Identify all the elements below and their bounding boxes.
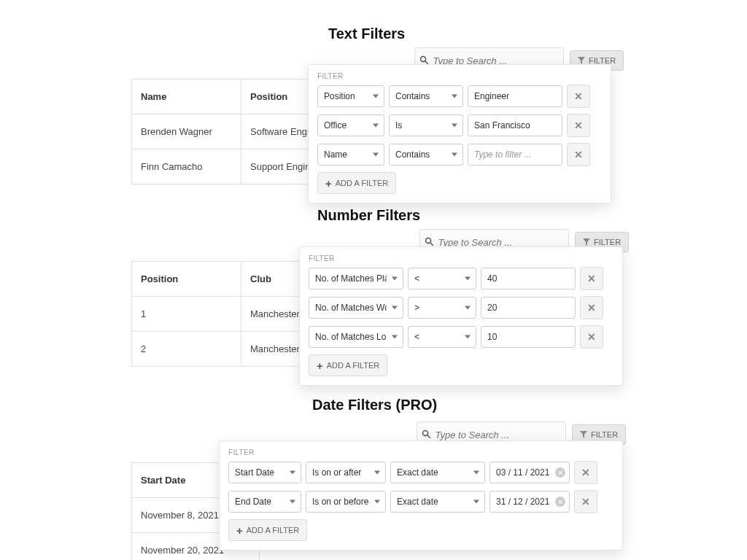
- svg-line-5: [427, 435, 430, 438]
- section-title-date: Date Filters (PRO): [312, 397, 437, 413]
- svg-point-4: [423, 431, 428, 436]
- field-select[interactable]: Office: [317, 114, 384, 136]
- type-select[interactable]: Exact date: [390, 462, 485, 483]
- section-title-text: Text Filters: [328, 26, 405, 42]
- panel-header: FILTER: [228, 448, 614, 456]
- filter-icon: [583, 238, 590, 246]
- op-select[interactable]: Is on or after: [306, 462, 386, 483]
- op-select[interactable]: <: [408, 268, 476, 289]
- field-select[interactable]: No. of Matches Played: [309, 268, 403, 289]
- remove-filter-button[interactable]: ✕: [580, 296, 603, 319]
- field-select[interactable]: Start Date: [228, 462, 301, 483]
- filter-row: No. of Matches Won > ✕: [309, 296, 614, 319]
- value-input[interactable]: [468, 114, 562, 136]
- clear-date-icon[interactable]: ✕: [555, 497, 565, 507]
- table-cell: Brenden Wagner: [132, 114, 241, 149]
- add-filter-button[interactable]: + ADD A FILTER: [309, 354, 387, 376]
- panel-header: FILTER: [309, 254, 614, 262]
- op-select[interactable]: Is: [389, 114, 463, 136]
- close-icon: ✕: [574, 90, 583, 102]
- search-input[interactable]: [434, 429, 562, 441]
- op-select[interactable]: Contains: [389, 85, 463, 107]
- value-input[interactable]: [468, 85, 562, 107]
- op-select[interactable]: <: [408, 326, 476, 348]
- filter-row: Office Is ✕: [317, 114, 602, 137]
- close-icon: ✕: [587, 302, 596, 314]
- search-icon: [425, 237, 434, 247]
- date-filter-panel: FILTER Start Date Is on or after Exact d…: [219, 440, 623, 551]
- value-input[interactable]: [481, 326, 576, 348]
- remove-filter-button[interactable]: ✕: [574, 461, 597, 484]
- text-filter-panel: FILTER Position Contains ✕ Office Is ✕ N…: [308, 64, 611, 203]
- add-filter-button[interactable]: + ADD A FILTER: [228, 519, 307, 541]
- op-select[interactable]: >: [408, 297, 476, 319]
- remove-filter-button[interactable]: ✕: [580, 325, 603, 349]
- filter-icon: [578, 57, 585, 64]
- filter-icon: [580, 431, 587, 438]
- close-icon: ✕: [587, 273, 596, 284]
- op-select[interactable]: Contains: [389, 144, 463, 166]
- table-cell: 2: [132, 332, 241, 367]
- table-header: Name: [132, 79, 241, 114]
- remove-filter-button[interactable]: ✕: [574, 490, 597, 513]
- svg-line-3: [430, 243, 433, 246]
- remove-filter-button[interactable]: ✕: [567, 114, 590, 137]
- search-icon: [422, 429, 431, 440]
- filter-row: No. of Matches Lost < ✕: [309, 325, 614, 349]
- number-filter-panel: FILTER No. of Matches Played < ✕ No. of …: [299, 246, 623, 386]
- add-filter-label: ADD A FILTER: [327, 361, 380, 370]
- plus-icon: +: [325, 177, 332, 190]
- add-filter-button[interactable]: + ADD A FILTER: [317, 172, 396, 194]
- close-icon: ✕: [581, 467, 590, 478]
- filter-button-label: FILTER: [594, 238, 621, 246]
- value-input[interactable]: [481, 268, 576, 289]
- svg-point-0: [421, 57, 426, 62]
- close-icon: ✕: [587, 331, 596, 343]
- filter-row: Name Contains ✕: [317, 143, 602, 166]
- table-cell: 1: [132, 297, 241, 332]
- table-cell: Finn Camacho: [132, 149, 241, 184]
- filter-row: Start Date Is on or after Exact date ✕ ✕: [228, 461, 614, 484]
- filter-row: Position Contains ✕: [317, 85, 602, 108]
- remove-filter-button[interactable]: ✕: [580, 267, 603, 290]
- panel-header: FILTER: [317, 72, 602, 80]
- close-icon: ✕: [574, 149, 583, 160]
- section-title-number: Number Filters: [317, 207, 420, 224]
- close-icon: ✕: [574, 120, 583, 131]
- field-select[interactable]: End Date: [228, 491, 301, 513]
- op-select[interactable]: Is on or before: [306, 491, 386, 513]
- field-select[interactable]: No. of Matches Won: [309, 297, 403, 319]
- filter-button-label: FILTER: [591, 430, 618, 439]
- svg-point-2: [426, 238, 431, 244]
- filter-row: No. of Matches Played < ✕: [309, 267, 614, 290]
- value-input[interactable]: [481, 297, 576, 319]
- field-select[interactable]: No. of Matches Lost: [309, 326, 403, 348]
- plus-icon: +: [236, 524, 243, 537]
- close-icon: ✕: [581, 496, 590, 508]
- remove-filter-button[interactable]: ✕: [567, 85, 590, 108]
- value-input[interactable]: [468, 144, 562, 166]
- type-select[interactable]: Exact date: [390, 491, 485, 513]
- filter-row: End Date Is on or before Exact date ✕ ✕: [228, 490, 614, 513]
- plus-icon: +: [317, 359, 323, 372]
- field-select[interactable]: Name: [317, 144, 384, 166]
- remove-filter-button[interactable]: ✕: [567, 143, 590, 166]
- add-filter-label: ADD A FILTER: [336, 179, 389, 187]
- table-header: Position: [132, 262, 241, 297]
- field-select[interactable]: Position: [317, 85, 384, 107]
- clear-date-icon[interactable]: ✕: [555, 467, 565, 478]
- add-filter-label: ADD A FILTER: [247, 526, 300, 534]
